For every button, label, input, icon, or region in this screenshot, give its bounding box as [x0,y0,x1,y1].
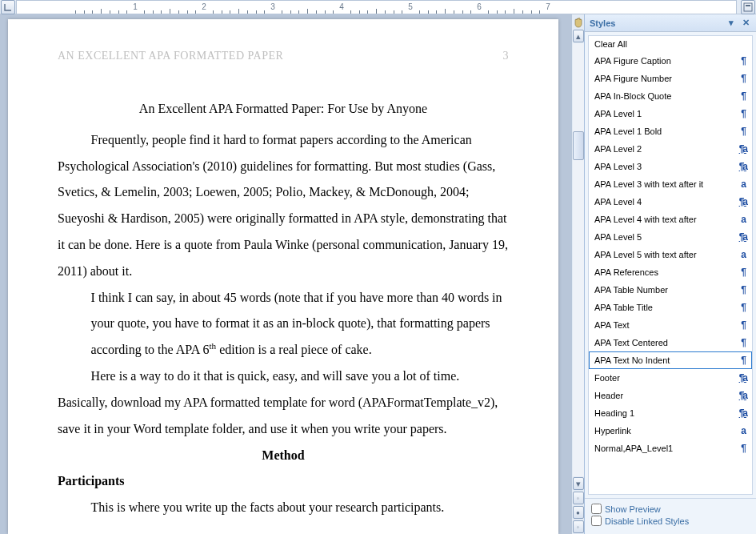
clear-all-item[interactable]: Clear All [589,36,752,52]
paragraph[interactable]: Frequently, people find it hard to forma… [58,127,509,285]
styles-pane-footer: Show Preview Disable Linked Styles [585,498,756,534]
prev-page-button[interactable]: ◦ [573,492,584,504]
style-item[interactable]: APA Level 5 with text aftera [589,246,752,263]
disable-linked-checkbox[interactable]: Disable Linked Styles [591,516,750,526]
document-title[interactable]: An Excellent APA Formatted Paper: For Us… [58,96,509,122]
style-item-label: APA Level 3 with text after it [594,179,734,189]
ruler-number: 3 [270,2,275,11]
style-item[interactable]: APA Table Title¶ [589,299,752,316]
paragraph-mark-icon: ¶ [734,108,746,119]
tab-selector-button[interactable] [1,0,15,14]
scroll-down-button[interactable]: ▾ [573,477,584,490]
show-preview-checkbox[interactable]: Show Preview [591,504,750,514]
style-item-label: APA Level 3 [594,162,734,171]
styles-pane: Styles ▾ ✕ Clear All APA Figure Caption¶… [584,14,756,534]
style-item[interactable]: APA In-Block Quote¶ [589,87,752,105]
paragraph-mark-icon: ¶a [734,408,746,419]
paragraph-mark-icon: a [734,425,746,436]
style-item[interactable]: Normal,APA_Level1¶ [589,440,752,457]
paragraph-mark-icon: a [734,214,746,225]
style-item[interactable]: APA Table Number¶ [589,281,752,299]
ruler-number: 5 [408,2,413,11]
paragraph-mark-icon: ¶a [734,390,746,401]
show-preview-input[interactable] [591,504,602,514]
page-number: 3 [503,45,510,68]
vertical-scrollbar: ▴ ▾ ◦ ● ◦ [571,14,584,534]
style-item[interactable]: APA Level 2¶a [589,140,752,158]
subheading[interactable]: Participants [58,468,509,495]
style-item-label: Heading 1 [594,408,734,418]
style-item-label: APA In-Block Quote [594,91,734,101]
running-head-text: AN EXCELLENT APA FORMATTED PAPER [58,45,283,68]
style-item[interactable]: APA Level 3 with text after ita [589,175,752,193]
style-item[interactable]: APA Level 1 Bold¶ [589,122,752,140]
scroll-up-button[interactable]: ▴ [573,30,584,42]
paragraph-mark-icon: ¶ [734,267,746,278]
document-body[interactable]: Frequently, people find it hard to forma… [58,127,509,521]
section-heading[interactable]: Method [58,443,509,469]
paragraph-mark-icon: ¶ [734,302,746,313]
styles-list[interactable]: Clear All APA Figure Caption¶APA Figure … [588,35,753,495]
style-item[interactable]: APA Level 5¶a [589,228,752,246]
document-page[interactable]: AN EXCELLENT APA FORMATTED PAPER 3 An Ex… [8,19,558,534]
ruler-number: 2 [202,2,206,11]
style-item[interactable]: APA Level 4 with text aftera [589,211,752,228]
paragraph-mark-icon: ¶ [734,355,746,366]
pan-hand-icon[interactable] [573,16,584,29]
style-item[interactable]: APA Level 4¶a [589,193,752,211]
style-item-label: APA Level 5 [594,232,734,242]
style-item[interactable]: Footer¶a [589,369,752,387]
paragraph-mark-icon: ¶a [734,196,746,207]
style-item-label: APA Text Centered [594,338,734,347]
paragraph-mark-icon: ¶ [734,284,746,295]
paragraph[interactable]: Here is a way to do it that is quick, ea… [58,363,509,442]
ruler-toggle-button[interactable] [741,0,755,14]
style-item-label: APA Table Number [594,285,734,295]
style-item[interactable]: APA Level 3¶a [589,158,752,175]
ruler-bar: 1234567 [0,0,756,14]
paragraph-mark-icon: ¶ [734,73,746,84]
style-item-label: APA Level 5 with text after [594,250,734,259]
style-item-label: Footer [594,373,734,383]
style-item-label: APA Text No Indent [594,355,734,365]
next-page-button[interactable]: ◦ [573,520,584,533]
style-item[interactable]: APA Figure Caption¶ [589,52,752,70]
paragraph-mark-icon: ¶ [734,55,746,66]
scroll-track[interactable] [573,43,584,476]
ruler-number: 6 [477,2,482,11]
style-item[interactable]: APA Level 1¶ [589,105,752,122]
close-icon[interactable]: ✕ [740,18,751,29]
style-item[interactable]: APA Figure Number¶ [589,70,752,87]
paragraph-mark-icon: ¶a [734,143,746,155]
style-item-label: APA Level 2 [594,144,734,154]
ruler-number: 1 [133,2,138,11]
document-viewport: AN EXCELLENT APA FORMATTED PAPER 3 An Ex… [0,14,571,534]
paragraph-mark-icon: ¶ [734,319,746,331]
style-item[interactable]: Heading 1¶a [589,404,752,422]
style-item[interactable]: APA Text No Indent¶ [589,351,752,369]
style-item[interactable]: Hyperlinka [589,422,752,440]
pane-dropdown-icon[interactable]: ▾ [726,18,737,29]
style-item-label: APA Text [594,320,734,330]
style-item[interactable]: Header¶a [589,387,752,404]
styles-pane-titlebar[interactable]: Styles ▾ ✕ [585,14,756,32]
style-item[interactable]: APA Text¶ [589,316,752,334]
paragraph-mark-icon: ¶ [734,337,746,348]
paragraph-mark-icon: ¶a [734,372,746,383]
paragraph-mark-icon: ¶ [734,126,746,137]
scroll-thumb[interactable] [573,131,584,160]
style-item[interactable]: APA References¶ [589,263,752,281]
paragraph[interactable]: This is where you write up the facts abo… [58,495,509,521]
paragraph-mark-icon: ¶ [734,443,746,454]
style-item-label: APA Level 4 with text after [594,215,734,224]
browse-object-button[interactable]: ● [573,506,584,519]
paragraph-mark-icon: ¶ [734,90,746,102]
style-item[interactable]: APA Text Centered¶ [589,334,752,351]
style-item-label: Header [594,391,734,400]
style-item-label: APA Figure Number [594,74,734,83]
style-item-label: APA Figure Caption [594,56,734,66]
style-item-label: APA Level 1 Bold [594,126,734,136]
disable-linked-input[interactable] [591,516,602,526]
block-quote[interactable]: I think I can say, in about 45 words (no… [91,285,509,364]
horizontal-ruler[interactable]: 1234567 [16,0,737,14]
